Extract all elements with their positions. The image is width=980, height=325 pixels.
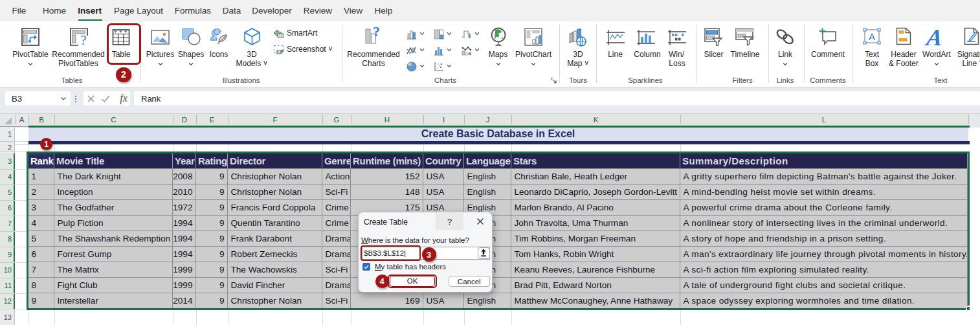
- svg-text:A: A: [869, 31, 875, 42]
- svg-text:?: ?: [80, 32, 86, 46]
